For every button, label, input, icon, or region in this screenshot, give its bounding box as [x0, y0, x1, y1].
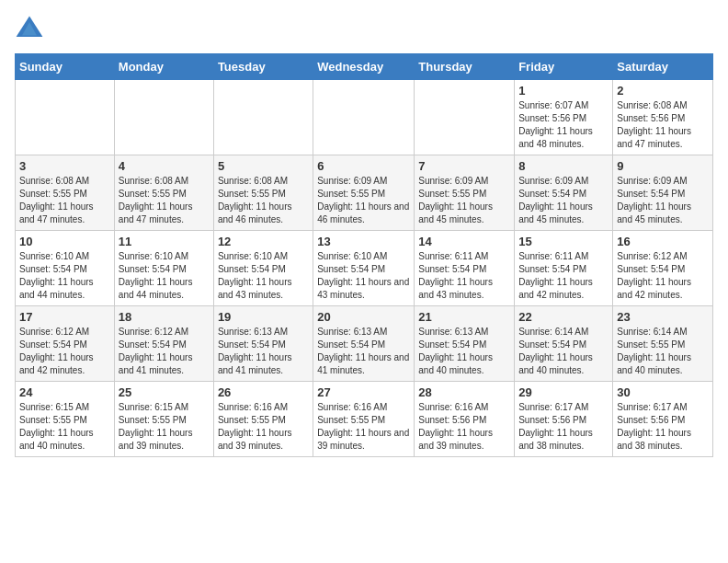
day-cell-1-2: 5Sunrise: 6:08 AM Sunset: 5:55 PM Daylig… — [213, 155, 313, 231]
day-info: Sunrise: 6:12 AM Sunset: 5:54 PM Dayligh… — [617, 250, 709, 302]
day-cell-4-1: 25Sunrise: 6:15 AM Sunset: 5:55 PM Dayli… — [114, 382, 213, 457]
day-number: 17 — [19, 310, 110, 324]
day-cell-3-4: 21Sunrise: 6:13 AM Sunset: 5:54 PM Dayli… — [415, 306, 515, 382]
day-cell-4-5: 29Sunrise: 6:17 AM Sunset: 5:56 PM Dayli… — [515, 382, 613, 457]
week-row-2: 10Sunrise: 6:10 AM Sunset: 5:54 PM Dayli… — [16, 231, 713, 306]
day-info: Sunrise: 6:09 AM Sunset: 5:55 PM Dayligh… — [317, 175, 410, 226]
day-cell-1-6: 9Sunrise: 6:09 AM Sunset: 5:54 PM Daylig… — [613, 155, 713, 231]
day-number: 5 — [218, 159, 309, 173]
day-number: 1 — [518, 84, 609, 98]
day-cell-0-3 — [313, 80, 415, 155]
calendar-header-row: SundayMondayTuesdayWednesdayThursdayFrid… — [16, 54, 713, 80]
day-number: 6 — [317, 159, 410, 173]
day-info: Sunrise: 6:13 AM Sunset: 5:54 PM Dayligh… — [418, 326, 510, 377]
day-cell-3-3: 20Sunrise: 6:13 AM Sunset: 5:54 PM Dayli… — [313, 306, 415, 382]
day-cell-2-1: 11Sunrise: 6:10 AM Sunset: 5:54 PM Dayli… — [114, 231, 213, 306]
day-cell-1-4: 7Sunrise: 6:09 AM Sunset: 5:55 PM Daylig… — [415, 155, 515, 231]
week-row-3: 17Sunrise: 6:12 AM Sunset: 5:54 PM Dayli… — [16, 306, 713, 382]
week-row-0: 1Sunrise: 6:07 AM Sunset: 5:56 PM Daylig… — [16, 80, 713, 155]
day-number: 14 — [418, 235, 510, 248]
day-cell-4-3: 27Sunrise: 6:16 AM Sunset: 5:55 PM Dayli… — [313, 382, 415, 457]
day-info: Sunrise: 6:10 AM Sunset: 5:54 PM Dayligh… — [218, 250, 309, 302]
day-cell-2-0: 10Sunrise: 6:10 AM Sunset: 5:54 PM Dayli… — [16, 231, 115, 306]
day-cell-1-1: 4Sunrise: 6:08 AM Sunset: 5:55 PM Daylig… — [114, 155, 213, 231]
day-number: 28 — [418, 385, 510, 399]
day-number: 22 — [518, 310, 609, 324]
day-number: 11 — [119, 235, 210, 248]
header-thursday: Thursday — [415, 54, 515, 80]
day-info: Sunrise: 6:10 AM Sunset: 5:54 PM Dayligh… — [119, 250, 210, 302]
day-number: 15 — [518, 235, 609, 248]
day-info: Sunrise: 6:13 AM Sunset: 5:54 PM Dayligh… — [317, 326, 410, 377]
day-number: 20 — [317, 310, 410, 324]
calendar-table: SundayMondayTuesdayWednesdayThursdayFrid… — [15, 53, 713, 457]
day-info: Sunrise: 6:08 AM Sunset: 5:56 PM Dayligh… — [617, 99, 709, 151]
day-cell-2-5: 15Sunrise: 6:11 AM Sunset: 5:54 PM Dayli… — [515, 231, 613, 306]
day-info: Sunrise: 6:09 AM Sunset: 5:55 PM Dayligh… — [418, 175, 510, 226]
day-info: Sunrise: 6:15 AM Sunset: 5:55 PM Dayligh… — [119, 401, 210, 453]
header-saturday: Saturday — [613, 54, 713, 80]
day-cell-0-0 — [16, 80, 115, 155]
header-friday: Friday — [515, 54, 613, 80]
day-info: Sunrise: 6:14 AM Sunset: 5:55 PM Dayligh… — [617, 326, 709, 377]
day-number: 18 — [119, 310, 210, 324]
day-cell-2-3: 13Sunrise: 6:10 AM Sunset: 5:54 PM Dayli… — [313, 231, 415, 306]
day-number: 26 — [218, 385, 309, 399]
day-cell-3-5: 22Sunrise: 6:14 AM Sunset: 5:54 PM Dayli… — [515, 306, 613, 382]
logo-icon — [15, 15, 44, 44]
day-info: Sunrise: 6:16 AM Sunset: 5:55 PM Dayligh… — [218, 401, 309, 453]
day-cell-3-2: 19Sunrise: 6:13 AM Sunset: 5:54 PM Dayli… — [213, 306, 313, 382]
day-info: Sunrise: 6:15 AM Sunset: 5:55 PM Dayligh… — [19, 401, 110, 453]
logo — [15, 15, 48, 44]
day-info: Sunrise: 6:10 AM Sunset: 5:54 PM Dayligh… — [19, 250, 110, 302]
day-number: 8 — [518, 159, 609, 173]
day-info: Sunrise: 6:17 AM Sunset: 5:56 PM Dayligh… — [518, 401, 609, 453]
day-info: Sunrise: 6:10 AM Sunset: 5:54 PM Dayligh… — [317, 250, 410, 302]
day-info: Sunrise: 6:11 AM Sunset: 5:54 PM Dayligh… — [418, 250, 510, 302]
day-number: 29 — [518, 385, 609, 399]
day-number: 27 — [317, 385, 410, 399]
day-info: Sunrise: 6:11 AM Sunset: 5:54 PM Dayligh… — [518, 250, 609, 302]
day-cell-4-0: 24Sunrise: 6:15 AM Sunset: 5:55 PM Dayli… — [16, 382, 115, 457]
day-cell-3-6: 23Sunrise: 6:14 AM Sunset: 5:55 PM Dayli… — [613, 306, 713, 382]
day-number: 16 — [617, 235, 709, 248]
header-monday: Monday — [114, 54, 213, 80]
day-cell-0-6: 2Sunrise: 6:08 AM Sunset: 5:56 PM Daylig… — [613, 80, 713, 155]
day-cell-4-2: 26Sunrise: 6:16 AM Sunset: 5:55 PM Dayli… — [213, 382, 313, 457]
day-info: Sunrise: 6:12 AM Sunset: 5:54 PM Dayligh… — [19, 326, 110, 377]
day-cell-2-6: 16Sunrise: 6:12 AM Sunset: 5:54 PM Dayli… — [613, 231, 713, 306]
day-cell-1-5: 8Sunrise: 6:09 AM Sunset: 5:54 PM Daylig… — [515, 155, 613, 231]
day-number: 7 — [418, 159, 510, 173]
day-cell-0-4 — [415, 80, 515, 155]
day-cell-0-5: 1Sunrise: 6:07 AM Sunset: 5:56 PM Daylig… — [515, 80, 613, 155]
day-info: Sunrise: 6:08 AM Sunset: 5:55 PM Dayligh… — [119, 175, 210, 226]
day-number: 21 — [418, 310, 510, 324]
day-info: Sunrise: 6:12 AM Sunset: 5:54 PM Dayligh… — [119, 326, 210, 377]
day-number: 3 — [19, 159, 110, 173]
week-row-1: 3Sunrise: 6:08 AM Sunset: 5:55 PM Daylig… — [16, 155, 713, 231]
header-sunday: Sunday — [16, 54, 115, 80]
week-row-4: 24Sunrise: 6:15 AM Sunset: 5:55 PM Dayli… — [16, 382, 713, 457]
day-info: Sunrise: 6:07 AM Sunset: 5:56 PM Dayligh… — [518, 99, 609, 151]
day-info: Sunrise: 6:09 AM Sunset: 5:54 PM Dayligh… — [617, 175, 709, 226]
day-cell-4-6: 30Sunrise: 6:17 AM Sunset: 5:56 PM Dayli… — [613, 382, 713, 457]
day-cell-1-0: 3Sunrise: 6:08 AM Sunset: 5:55 PM Daylig… — [16, 155, 115, 231]
day-info: Sunrise: 6:16 AM Sunset: 5:55 PM Dayligh… — [317, 401, 410, 453]
day-number: 2 — [617, 84, 709, 98]
day-number: 25 — [119, 385, 210, 399]
day-info: Sunrise: 6:16 AM Sunset: 5:56 PM Dayligh… — [418, 401, 510, 453]
day-number: 19 — [218, 310, 309, 324]
day-number: 24 — [19, 385, 110, 399]
day-info: Sunrise: 6:17 AM Sunset: 5:56 PM Dayligh… — [617, 401, 709, 453]
day-cell-4-4: 28Sunrise: 6:16 AM Sunset: 5:56 PM Dayli… — [415, 382, 515, 457]
day-info: Sunrise: 6:08 AM Sunset: 5:55 PM Dayligh… — [218, 175, 309, 226]
day-number: 10 — [19, 235, 110, 248]
day-info: Sunrise: 6:09 AM Sunset: 5:54 PM Dayligh… — [518, 175, 609, 226]
day-cell-0-2 — [213, 80, 313, 155]
day-number: 4 — [119, 159, 210, 173]
day-cell-1-3: 6Sunrise: 6:09 AM Sunset: 5:55 PM Daylig… — [313, 155, 415, 231]
day-info: Sunrise: 6:13 AM Sunset: 5:54 PM Dayligh… — [218, 326, 309, 377]
day-cell-0-1 — [114, 80, 213, 155]
day-info: Sunrise: 6:08 AM Sunset: 5:55 PM Dayligh… — [19, 175, 110, 226]
header-tuesday: Tuesday — [213, 54, 313, 80]
